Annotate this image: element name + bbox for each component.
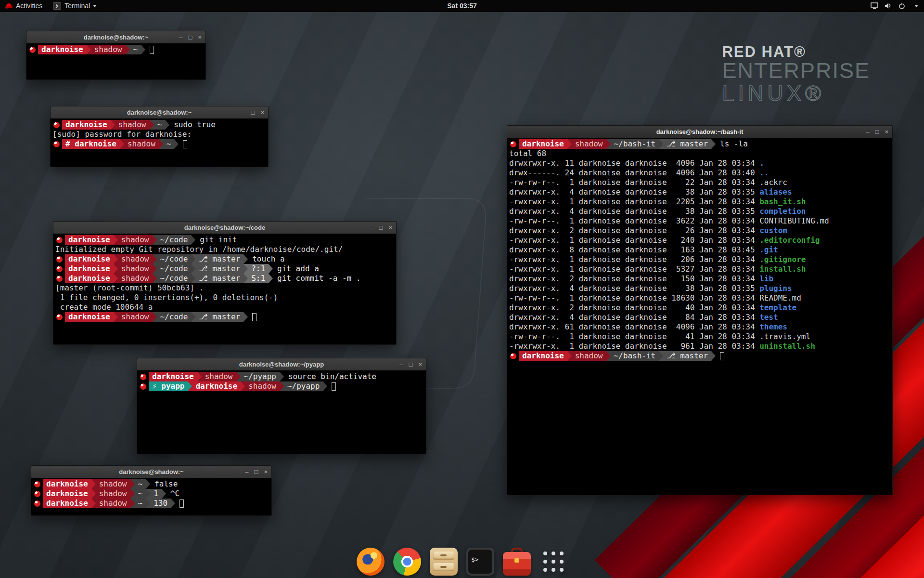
powerline-separator-icon (711, 351, 716, 361)
 (174, 139, 179, 149)
terminal-prompt-line: darknoiseshadow~/code⎇ master?:1git add … (55, 264, 394, 274)
terminal-output-line: total 68 (509, 149, 890, 158)
ls-entry-name: plugins (759, 284, 792, 293)
prompt-segment-host: shadow (118, 254, 153, 264)
prompt-segment-user: darknoise (43, 479, 91, 489)
window-maximize-button[interactable]: □ (875, 129, 879, 135)
window-minimize-button[interactable]: – (866, 129, 869, 135)
window-title: darknoise@shadow:~/pyapp (239, 361, 324, 368)
 (87, 45, 91, 54)
powerline-separator-icon (171, 499, 175, 508)
ls-entry-row: -rwxrwxr-x. 1 darknoise darknoise 206 Ja… (509, 255, 890, 264)
 (114, 264, 118, 274)
terminal-cursor (332, 382, 336, 391)
window-maximize-button[interactable]: □ (379, 224, 383, 231)
window-maximize-button[interactable]: □ (251, 109, 255, 116)
window-maximize-button[interactable]: □ (409, 361, 413, 368)
ls-entry-prefix: drwxrwxr-x. 4 darknoise darknoise 38 Jan… (509, 187, 759, 197)
output-text: total 68 (509, 149, 546, 158)
prompt-segment-host: shadow (96, 479, 130, 489)
powerline-separator-icon (153, 264, 157, 274)
clock-button[interactable]: Sat 03:57 (447, 2, 476, 10)
terminal-window: darknoise@shadow:~/code–□×darknoiseshado… (53, 221, 397, 345)
ls-entry-prefix: -rw-rw-r--. 1 darknoise darknoise 18630 … (509, 293, 759, 302)
 (153, 274, 157, 283)
window-close-button[interactable]: × (388, 224, 392, 231)
redhat-prompt-icon (140, 383, 146, 390)
window-minimize-button[interactable]: – (245, 469, 248, 475)
terminal-content[interactable]: darknoiseshadow~ (26, 43, 205, 79)
ls-entry-name: themes (759, 322, 787, 331)
window-close-button[interactable]: × (885, 129, 888, 135)
ls-entry-prefix: -rw-rw-r--. 1 darknoise darknoise 3622 J… (509, 216, 759, 225)
window-minimize-button[interactable]: – (399, 361, 403, 368)
window-titlebar[interactable]: darknoise@shadow:~–□× (31, 466, 271, 478)
terminal-prompt-line: darknoiseshadow~/bash-it⎇ master (509, 351, 890, 361)
ls-entry-name: .git (759, 245, 778, 254)
 (244, 254, 248, 264)
powerline-separator-icon (130, 489, 135, 499)
ls-entry-row: -rwxrwxr-x. 1 darknoise darknoise 2205 J… (509, 197, 890, 207)
terminal-content[interactable]: darknoiseshadow~/bash-it⎇ masterls -lato… (507, 138, 892, 495)
terminal-content[interactable]: darknoiseshadow~falsedarknoiseshadow~1^C… (31, 478, 271, 515)
window-close-button[interactable]: × (260, 109, 264, 116)
window-minimize-button[interactable]: – (242, 109, 245, 116)
prompt-segment-host: shadow (118, 274, 153, 283)
window-minimize-button[interactable]: – (370, 224, 373, 231)
powerline-separator-icon (659, 351, 663, 361)
window-minimize-button[interactable]: – (179, 34, 182, 40)
powerline-separator-icon (269, 264, 273, 274)
prompt-segment-git: ⎇ master (195, 274, 244, 283)
powerline-separator-icon (114, 254, 118, 264)
window-titlebar[interactable]: darknoise@shadow:~–□× (51, 106, 268, 119)
window-titlebar[interactable]: darknoise@shadow:~/pyapp–□× (137, 358, 426, 371)
ls-entry-prefix: -rwxrwxr-x. 1 darknoise darknoise 206 Ja… (509, 255, 759, 264)
terminal-output-line: 1 file changed, 0 insertions(+), 0 delet… (55, 293, 394, 302)
prompt-segment-user: darknoise (43, 499, 91, 508)
window-titlebar[interactable]: darknoise@shadow:~/bash-it–□× (507, 126, 892, 138)
window-title: darknoise@shadow:~ (119, 468, 183, 475)
chevron-down-icon (93, 5, 97, 7)
 (323, 381, 327, 391)
redhat-prompt-icon (34, 500, 40, 507)
window-titlebar[interactable]: darknoise@shadow:~–□× (26, 31, 205, 44)
terminal-content[interactable]: darknoiseshadow~sudo true[sudo] password… (51, 118, 268, 167)
 (146, 489, 150, 499)
prompt-segment-user: darknoise (43, 489, 91, 499)
window-close-button[interactable]: × (418, 361, 422, 368)
terminal-prompt-line: darknoiseshadow~/bash-it⎇ masterls -la (509, 139, 890, 149)
toolbox-icon[interactable] (503, 548, 531, 576)
window-titlebar[interactable]: darknoise@shadow:~/code–□× (53, 222, 396, 234)
redhat-prompt-icon (510, 353, 516, 359)
prompt-segment-exit: 130 (150, 499, 171, 508)
terminal-prompt-line: darknoiseshadow~/code⎇ mastertouch a (55, 254, 394, 264)
firefox-icon[interactable] (357, 548, 385, 576)
ls-entry-row: -rw-rw-r--. 1 darknoise darknoise 18630 … (509, 293, 890, 303)
terminal-content[interactable]: darknoiseshadow~/codegit initInitialized… (53, 234, 396, 344)
window-close-button[interactable]: × (264, 469, 268, 475)
window-close-button[interactable]: × (198, 34, 202, 40)
 (244, 312, 248, 322)
ls-entry-prefix: -rwxrwxr-x. 1 darknoise darknoise 2205 J… (509, 197, 759, 206)
files-icon[interactable] (430, 548, 458, 576)
 (126, 45, 130, 54)
window-maximize-button[interactable]: □ (189, 34, 192, 40)
app-menu-button[interactable]: Terminal (48, 0, 102, 12)
app-grid-icon[interactable] (539, 548, 567, 576)
chrome-icon[interactable] (393, 548, 421, 576)
command-text: sudo true (169, 120, 216, 130)
redhat-logo-icon (5, 3, 13, 9)
ls-entry-prefix: drwxrwxr-x. 11 darknoise darknoise 4096 … (509, 158, 759, 168)
terminal-dock-icon[interactable]: $> (466, 548, 494, 576)
command-text: git init (195, 235, 237, 245)
ls-entry-row: drwxrwxr-x. 4 darknoise darknoise 38 Jan… (509, 207, 890, 216)
 (146, 479, 150, 489)
system-menu[interactable] (865, 0, 924, 12)
activities-button[interactable]: Activities (0, 0, 48, 12)
prompt-segment-path: ~/bash-it (611, 139, 659, 149)
window-maximize-button[interactable]: □ (255, 469, 258, 475)
prompt-segment-host: shadow (202, 372, 236, 381)
prompt-segment-git: ⎇ master (195, 254, 244, 264)
prompt-segment-path: ~/pyapp (284, 381, 323, 391)
terminal-content[interactable]: darknoiseshadow~/pyappsource bin/activat… (137, 370, 426, 454)
